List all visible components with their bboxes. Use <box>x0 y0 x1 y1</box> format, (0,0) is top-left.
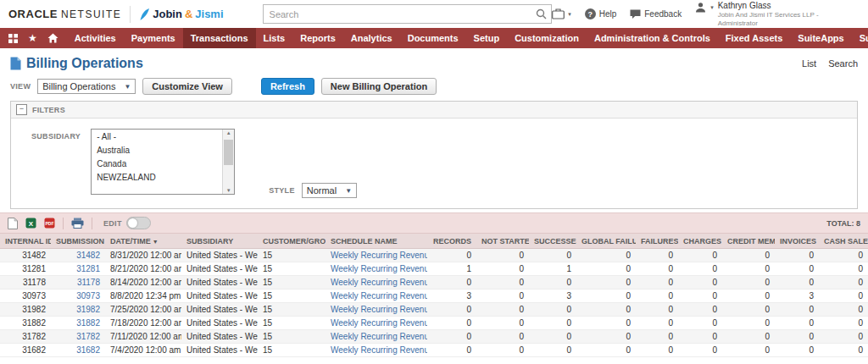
cell-records: 0 <box>427 276 476 290</box>
schedule-name-link[interactable]: Weekly Recurring Revenue <box>331 318 427 328</box>
schedule-name-link[interactable]: Weekly Recurring Revenue <box>331 251 427 260</box>
nav-item-administration-controls[interactable]: Administration & Controls <box>587 28 718 48</box>
export-pdf-icon[interactable]: PDF <box>44 218 55 229</box>
submission-id-link[interactable]: 31281 <box>76 264 100 273</box>
roles-menu[interactable]: ▾ <box>552 8 571 19</box>
cell-customer-group: 15 <box>258 262 326 276</box>
col-credit-memos[interactable]: CREDIT MEMOS <box>722 234 775 249</box>
filters-header[interactable]: − FILTERS <box>11 102 857 119</box>
export-csv-icon[interactable]: X <box>25 218 36 229</box>
subsidiary-option-canada[interactable]: Canada <box>92 157 234 170</box>
cell-internal-id: 31178 <box>0 276 51 290</box>
nav-item-customization[interactable]: Customization <box>507 28 587 48</box>
table-body: 31482 31482 8/31/2020 12:00 am United St… <box>0 249 868 357</box>
print-icon[interactable] <box>71 218 84 229</box>
cell-charges: 0 <box>678 290 722 303</box>
col-records[interactable]: RECORDS <box>427 234 476 249</box>
col-subsidiary[interactable]: SUBSIDIARY <box>181 234 258 249</box>
cell-failures: 0 <box>636 317 678 330</box>
cell-global-failures: 0 <box>576 249 636 262</box>
subsidiary-option-australia[interactable]: Australia <box>92 143 234 157</box>
cell-cash-sales: 0 <box>819 262 868 276</box>
col-cash-sales[interactable]: CASH SALES <box>819 234 868 249</box>
col-internal-id[interactable]: INTERNAL ID <box>0 234 51 249</box>
schedule-name-link[interactable]: Weekly Recurring Revenue <box>331 345 427 355</box>
apps-grid-icon[interactable] <box>8 34 18 43</box>
nav-item-support[interactable]: Support <box>852 28 868 48</box>
col-failures[interactable]: FAILURES <box>636 234 678 249</box>
chevron-down-icon: ▼ <box>345 187 352 195</box>
scroll-down-icon[interactable]: ▼ <box>226 188 231 193</box>
submission-id-link[interactable]: 30973 <box>76 291 100 301</box>
col-datetime[interactable]: DATE/TIME▼ <box>105 234 181 249</box>
col-charges[interactable]: CHARGES <box>678 234 722 249</box>
cell-credit-memos: 0 <box>722 276 775 290</box>
cell-failures: 0 <box>636 303 678 317</box>
cell-charges: 0 <box>678 303 722 317</box>
nav-item-suiteapps[interactable]: SuiteApps <box>790 28 851 48</box>
user-menu[interactable]: ▾ Kathryn Glass Jobin And Jismi IT Servi… <box>695 1 860 27</box>
table-row: 31281 31281 8/21/2020 12:00 am United St… <box>0 262 868 276</box>
nav-item-activities[interactable]: Activities <box>67 28 124 48</box>
global-search-box[interactable] <box>263 4 553 24</box>
scroll-up-icon[interactable]: ▲ <box>226 130 231 135</box>
col-schedule-name[interactable]: SCHEDULE NAME <box>326 234 427 249</box>
cell-credit-memos: 0 <box>722 303 775 317</box>
customize-view-button[interactable]: Customize View <box>142 78 232 95</box>
cell-customer-group: 15 <box>258 249 326 262</box>
search-input[interactable] <box>268 8 537 20</box>
nav-item-documents[interactable]: Documents <box>400 28 466 48</box>
subsidiary-option-all[interactable]: - All - <box>92 130 234 143</box>
scrollbar-thumb[interactable] <box>224 140 233 165</box>
subsidiary-option-newzealand[interactable]: NEWZEALAND <box>92 170 234 184</box>
submission-id-link[interactable]: 31982 <box>76 305 100 314</box>
new-billing-operation-button[interactable]: New Billing Operation <box>321 78 437 95</box>
submission-id-link[interactable]: 31782 <box>76 332 100 341</box>
schedule-name-link[interactable]: Weekly Recurring Revenue <box>331 278 427 287</box>
schedule-name-link[interactable]: Weekly Recurring Revenue <box>331 264 427 273</box>
search-icon[interactable] <box>536 8 547 19</box>
nav-item-analytics[interactable]: Analytics <box>343 28 400 48</box>
schedule-name-link[interactable]: Weekly Recurring Revenue <box>331 291 427 301</box>
feedback-menu[interactable]: Feedback <box>630 9 682 19</box>
cell-schedule-name: Weekly Recurring Revenue <box>326 303 427 317</box>
favorites-star-icon[interactable]: ★ <box>28 33 37 43</box>
refresh-button[interactable]: Refresh <box>261 78 314 95</box>
schedule-name-link[interactable]: Weekly Recurring Revenue <box>331 305 427 314</box>
col-successes[interactable]: SUCCESSES <box>529 234 576 249</box>
document-page-icon <box>10 57 21 70</box>
nav-item-fixed-assets[interactable]: Fixed Assets <box>718 28 790 48</box>
col-customer-group[interactable]: CUSTOMER/GROUP <box>258 234 326 249</box>
submission-id-link[interactable]: 31178 <box>77 278 100 287</box>
col-not-started[interactable]: NOT STARTED <box>476 234 529 249</box>
nav-item-transactions[interactable]: Transactions <box>183 28 256 48</box>
nav-item-setup[interactable]: Setup <box>466 28 508 48</box>
search-link[interactable]: Search <box>828 58 858 69</box>
edit-toggle[interactable] <box>126 217 151 229</box>
cell-failures: 0 <box>636 276 678 290</box>
view-action-bar: VIEW Billing Operations ▼ Customize View… <box>0 74 868 101</box>
nav-item-reports[interactable]: Reports <box>292 28 343 48</box>
cell-global-failures: 0 <box>576 344 636 357</box>
submission-id-link[interactable]: 31482 <box>76 251 100 260</box>
new-page-icon[interactable] <box>8 218 18 229</box>
cell-charges: 0 <box>678 249 722 262</box>
toolbar-divider <box>63 218 64 229</box>
list-link[interactable]: List <box>802 58 816 69</box>
home-icon[interactable] <box>47 33 58 43</box>
col-global-failures[interactable]: GLOBAL FAILURES <box>576 234 636 249</box>
style-select[interactable]: Normal ▼ <box>302 183 357 198</box>
help-menu[interactable]: ? Help <box>585 8 617 19</box>
subsidiary-listbox[interactable]: - All - Australia Canada NEWZEALAND ▲ ▼ <box>91 129 235 195</box>
schedule-name-link[interactable]: Weekly Recurring Revenue <box>331 332 427 341</box>
view-select[interactable]: Billing Operations ▼ <box>37 79 136 94</box>
nav-item-lists[interactable]: Lists <box>256 28 293 48</box>
col-submission-id[interactable]: SUBMISSION ID <box>51 234 105 249</box>
submission-id-link[interactable]: 31682 <box>76 345 100 355</box>
cell-cash-sales: 0 <box>819 344 868 357</box>
submission-id-link[interactable]: 31882 <box>76 318 100 328</box>
feedback-bubble-icon <box>630 9 641 19</box>
collapse-icon[interactable]: − <box>16 104 27 115</box>
col-invoices[interactable]: INVOICES <box>775 234 819 249</box>
nav-item-payments[interactable]: Payments <box>124 28 183 48</box>
